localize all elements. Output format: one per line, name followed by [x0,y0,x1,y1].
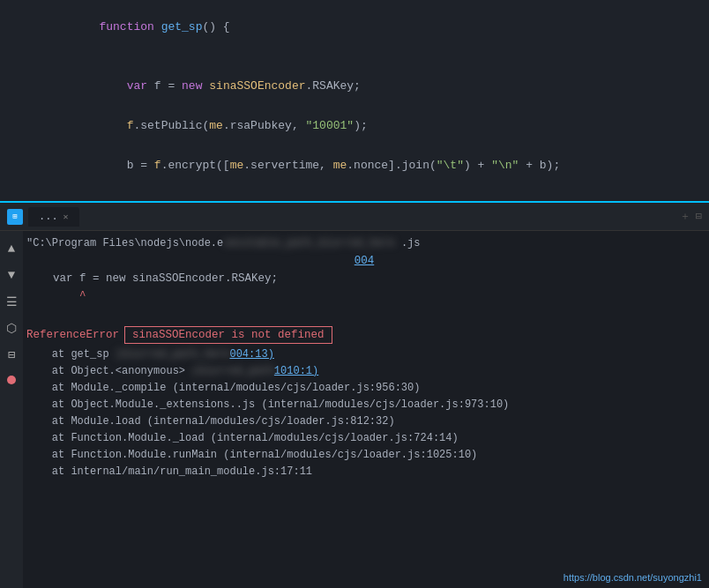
terminal-print-icon[interactable]: ⊟ [3,346,20,363]
stack-line-5: at Module.load (internal/modules/cjs/loa… [26,413,702,429]
stack-line-7: at Function.Module.runMain (internal/mod… [26,446,702,463]
tab-label: ... [39,211,58,223]
stack-line-8: at internal/main/run_main_module.js:17:1… [26,463,702,480]
stack-link-2[interactable]: 1010:1) [274,365,318,377]
tab-close-button[interactable]: ✕ [63,212,69,222]
error-code-link[interactable]: 004 [354,255,375,267]
terminal-header: ⊞ ... ✕ ＋ ⊟ [0,203,709,231]
stack-link-1[interactable]: 004:13) [229,348,273,361]
code-line-6 [0,185,709,201]
path-suffix: .js [395,237,421,249]
stack-path-1-blur: (blurred_path_here [116,348,230,361]
terminal-tab[interactable]: ... ✕ [28,207,79,227]
terminal-down-icon[interactable]: ▼ [3,266,20,284]
code-text: b = f.encrypt([me.servertime, me.nonce].… [44,145,560,185]
error-label: ReferenceError [26,329,119,341]
caret-symbol: ^ [26,290,86,302]
path-prefix: "C:\Program Files\nodejs\node.e [26,237,223,249]
terminal: ⊞ ... ✕ ＋ ⊟ ▲ ▼ ☰ ⬡ ⊟ "C:\Program Files\… [0,203,709,588]
code-line-1: function get_sp() { [0,7,709,47]
code-line-4: f.setPublic(me.rsaPubkey, "10001"); [0,106,709,145]
code-editor: function get_sp() { var f = new sinaSSOE… [0,0,709,203]
code-text: var f = new sinaSSOEncoder.RSAKey; [44,66,361,106]
stack-path-2-blur: (blurred_path [191,365,274,377]
error-line: ReferenceError sinaSSOEncoder is not def… [26,324,702,346]
code-line-3: var f = new sinaSSOEncoder.RSAKey; [0,66,709,106]
error-indicator [7,376,16,384]
stack-line-3: at Module._compile (internal/modules/cjs… [26,379,702,396]
terminal-body: "C:\Program Files\nodejs\node.e xecutabl… [0,231,709,588]
stack-line-6: at Function.Module._load (internal/modul… [26,429,702,446]
var-code: var f = new sinaSSOEncoder.RSAKey; [26,272,278,285]
terminal-debug-icon[interactable]: ⬡ [3,319,20,337]
stack-line-2: at Object.<anonymous> (blurred_path 1010… [26,362,702,379]
code-text: f.setPublic(me.rsaPubkey, "10001"); [44,106,368,145]
path-line: "C:\Program Files\nodejs\node.e xecutabl… [26,236,702,254]
stack-line-1: at get_sp (blurred_path_here 004:13) [26,346,702,362]
watermark: https://blog.csdn.net/suyongzhi1 [563,572,702,583]
var-line: var f = new sinaSSOEncoder.RSAKey; [26,272,702,289]
code-text: function get_sp() { [44,7,230,47]
caret-line: ^ [26,289,702,307]
path-blurred: xecutable_path_blurred_here [223,237,394,249]
blank-line [26,307,702,324]
error-message-box: sinaSSOEncoder is not defined [124,326,332,344]
terminal-up-icon[interactable]: ▲ [3,240,20,257]
stack-line-4: at Object.Module._extensions..js (intern… [26,396,702,413]
code-line-5: b = f.encrypt([me.servertime, me.nonce].… [0,145,709,185]
error-code-line: 004 [26,254,702,272]
terminal-list-icon[interactable]: ☰ [3,293,20,310]
code-line-2 [0,47,709,66]
